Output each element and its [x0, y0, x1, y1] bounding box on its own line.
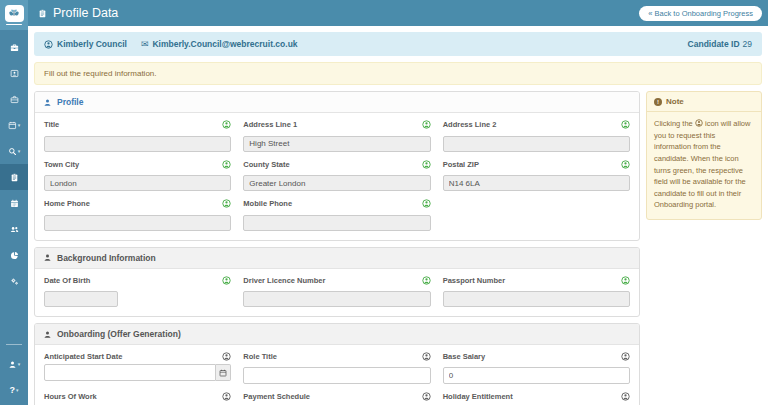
background-panel-header: Background Information [35, 248, 639, 269]
anticipated-start-date-input[interactable] [44, 364, 216, 381]
required-info-alert: Fill out the required information. [34, 62, 762, 85]
chevron-down-icon: ▾ [18, 149, 21, 154]
field-payment-schedule: Payment Schedule ⌄ [243, 392, 430, 405]
base-salary-input[interactable] [443, 367, 630, 384]
sidebar-item-calendar[interactable] [0, 190, 28, 216]
clipboard-icon [10, 173, 19, 182]
sidebar-nav: ▾ ▾ [0, 34, 28, 294]
sidebar-item-search[interactable]: ▾ [0, 138, 28, 164]
request-from-candidate-icon[interactable] [422, 120, 431, 129]
candidate-info-bar: Kimberly Council ✉ Kimberly.Council@webr… [34, 32, 762, 56]
field-address-line-2: Address Line 2 [443, 120, 630, 152]
sidebar-item-account[interactable]: ▾ [0, 351, 28, 377]
datepicker-button[interactable] [216, 364, 232, 381]
field-driver-licence-number: Driver Licence Number [243, 276, 430, 308]
field-hours-of-work: Hours Of Work [44, 392, 231, 405]
app-logo[interactable] [0, 0, 28, 30]
passport-number-input [443, 291, 630, 307]
field-anticipated-start-date: Anticipated Start Date [44, 352, 231, 384]
sidebar-item-work-bag[interactable] [0, 86, 28, 112]
mobile-phone-input [243, 215, 430, 231]
candidate-email-wrap[interactable]: ✉ Kimberly.Council@webrecruit.co.uk [141, 39, 298, 49]
request-from-candidate-icon[interactable] [422, 160, 431, 169]
background-information-panel: Background Information Date Of Birth Dri… [34, 247, 640, 318]
request-from-candidate-icon[interactable] [222, 160, 231, 169]
candidate-name-wrap: Kimberly Council [44, 39, 127, 49]
sidebar-item-reports[interactable] [0, 242, 28, 268]
field-date-of-birth: Date Of Birth [44, 276, 231, 308]
request-from-candidate-icon[interactable] [422, 199, 431, 208]
calendar-icon [219, 369, 227, 377]
date-of-birth-input [44, 291, 118, 307]
profile-panel: Profile Title Address Line 1 Address Lin… [34, 91, 640, 241]
sidebar-bottom: ▾ ? ▾ [0, 344, 28, 405]
form-column: Profile Title Address Line 1 Address Lin… [34, 91, 640, 405]
note-panel: ! Note Clicking the icon will allow you … [646, 91, 762, 220]
person-icon [43, 330, 52, 339]
chevron-down-icon: ▾ [18, 362, 21, 367]
field-base-salary: Base Salary [443, 352, 630, 384]
field-title: Title [44, 120, 231, 152]
driver-licence-number-input [243, 291, 430, 307]
work-bag-icon [10, 95, 19, 104]
field-home-phone: Home Phone [44, 199, 231, 231]
postal-zip-input [443, 175, 630, 191]
cogs-icon [10, 277, 19, 286]
request-from-candidate-icon[interactable] [222, 392, 231, 401]
request-from-candidate-icon[interactable] [422, 276, 431, 285]
request-from-candidate-icon[interactable] [222, 199, 231, 208]
sidebar-item-help[interactable]: ? ▾ [0, 377, 28, 403]
request-from-candidate-icon[interactable] [222, 276, 231, 285]
back-to-onboarding-button[interactable]: « Back to Onboarding Progress [639, 6, 762, 21]
county-state-input [243, 175, 430, 191]
field-holiday-entitlement: Holiday Entitlement [443, 392, 630, 405]
info-circle-icon: ! [654, 98, 662, 106]
request-from-candidate-icon[interactable] [621, 352, 630, 361]
sidebar-item-jobs[interactable] [0, 34, 28, 60]
calendar-dropdown-icon [8, 121, 17, 130]
request-from-candidate-icon[interactable] [222, 120, 231, 129]
request-from-candidate-icon[interactable] [621, 276, 630, 285]
clipboard-icon [38, 9, 47, 18]
person-icon [43, 253, 52, 262]
person-icon [43, 98, 52, 107]
sidebar-item-settings[interactable] [0, 268, 28, 294]
address-line-2-input [443, 136, 630, 152]
note-header: ! Note [647, 92, 761, 112]
person-circle-icon [695, 119, 703, 127]
field-county-state: County State [243, 160, 430, 192]
sidebar-item-candidates[interactable] [0, 60, 28, 86]
town-city-input [44, 175, 231, 191]
candidate-id-value: 29 [743, 39, 752, 49]
onboarding-panel: Onboarding (Offer Generation) Anticipate… [34, 323, 640, 405]
logo-underline [6, 24, 22, 26]
field-town-city: Town City [44, 160, 231, 192]
field-mobile-phone: Mobile Phone [243, 199, 430, 231]
role-title-input[interactable] [243, 367, 430, 384]
request-from-candidate-icon[interactable] [621, 392, 630, 401]
request-from-candidate-icon[interactable] [422, 392, 431, 401]
chevron-down-icon: ▾ [18, 123, 21, 128]
sidebar-item-schedule[interactable]: ▾ [0, 112, 28, 138]
field-passport-number: Passport Number [443, 276, 630, 308]
field-role-title: Role Title [243, 352, 430, 384]
request-from-candidate-icon[interactable] [621, 120, 630, 129]
request-from-candidate-icon[interactable] [422, 352, 431, 361]
note-body: Clicking the icon will allow you to requ… [647, 112, 761, 219]
address-book-icon [10, 69, 19, 78]
request-from-candidate-icon[interactable] [222, 352, 231, 361]
candidate-name: Kimberly Council [57, 39, 127, 49]
candidate-email: Kimberly.Council@webrecruit.co.uk [152, 39, 297, 49]
home-phone-input [44, 215, 231, 231]
chevron-down-icon: ▾ [16, 388, 19, 393]
sidebar-item-users[interactable] [0, 216, 28, 242]
sidebar-item-profile-data[interactable] [0, 164, 28, 190]
title-input [44, 136, 231, 152]
candidate-id-label: Candidate ID [688, 39, 740, 49]
users-icon [10, 225, 19, 234]
candidate-id: Candidate ID29 [688, 39, 752, 49]
background-panel-title: Background Information [57, 253, 156, 263]
person-circle-icon [44, 40, 53, 49]
request-from-candidate-icon[interactable] [621, 160, 630, 169]
field-postal-zip: Postal ZIP [443, 160, 630, 192]
